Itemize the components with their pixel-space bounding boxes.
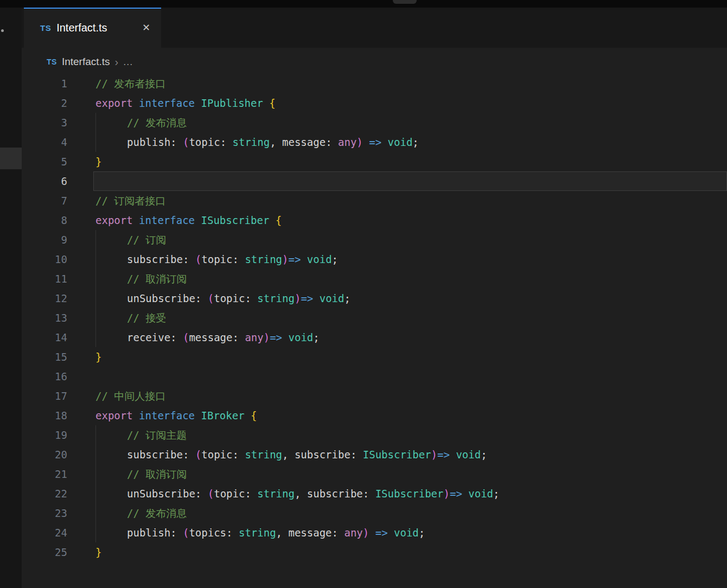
code-line-14[interactable]: 14receive: (message: any)=> void; xyxy=(22,328,727,347)
line-number[interactable]: 24 xyxy=(22,523,67,542)
activity-strip-indicator[interactable] xyxy=(0,148,22,169)
indent-guide xyxy=(95,289,96,308)
line-number[interactable]: 22 xyxy=(22,484,67,503)
line-number[interactable]: 19 xyxy=(22,425,67,445)
code-line-13[interactable]: 13// 接受 xyxy=(22,308,727,328)
indent-guide xyxy=(95,425,96,445)
line-number[interactable]: 8 xyxy=(22,210,67,230)
editor-tab-bar: TS Interfact.ts ✕ xyxy=(22,8,727,48)
line-number[interactable]: 18 xyxy=(22,406,67,425)
code-content: } xyxy=(93,152,727,171)
code-line-9[interactable]: 9// 订阅 xyxy=(22,230,727,250)
indent-guide xyxy=(95,113,96,132)
code-line-20[interactable]: 20subscribe: (topic: string, subscribe: … xyxy=(22,445,727,464)
code-line-6[interactable]: 6 xyxy=(22,171,727,191)
code-line-5[interactable]: 5} xyxy=(22,152,727,171)
code-editor[interactable]: 1// 发布者接口2export interface IPublisher {3… xyxy=(22,74,727,562)
code-line-11[interactable]: 11// 取消订阅 xyxy=(22,269,727,289)
code-content: export interface IBroker { xyxy=(93,406,727,425)
breadcrumb-symbol-ellipsis[interactable]: ... xyxy=(123,56,133,68)
code-content: // 中间人接口 xyxy=(93,386,727,406)
indent-guide xyxy=(95,464,96,484)
line-number[interactable]: 9 xyxy=(22,230,67,250)
indent-guide xyxy=(95,250,96,269)
command-center-fragment xyxy=(393,0,417,4)
line-number[interactable]: 16 xyxy=(22,367,67,386)
line-number[interactable]: 13 xyxy=(22,308,67,328)
code-content: publish: (topic: string, message: any) =… xyxy=(93,132,727,152)
code-content: // 取消订阅 xyxy=(93,269,727,289)
line-number[interactable]: 4 xyxy=(22,132,67,152)
code-line-21[interactable]: 21// 取消订阅 xyxy=(22,464,727,484)
window-title-bar xyxy=(0,0,727,8)
line-number[interactable]: 10 xyxy=(22,250,67,269)
code-content: publish: (topics: string, message: any) … xyxy=(93,523,727,542)
breadcrumb: TS Interfact.ts › ... xyxy=(47,52,133,72)
code-line-1[interactable]: 1// 发布者接口 xyxy=(22,74,727,93)
code-content: unSubscribe: (topic: string)=> void; xyxy=(93,289,727,308)
line-number[interactable]: 25 xyxy=(22,542,67,562)
tab-interfact-ts[interactable]: TS Interfact.ts ✕ xyxy=(24,8,161,48)
line-number[interactable]: 20 xyxy=(22,445,67,464)
line-number[interactable]: 14 xyxy=(22,328,67,347)
code-line-12[interactable]: 12unSubscribe: (topic: string)=> void; xyxy=(22,289,727,308)
code-line-24[interactable]: 24publish: (topics: string, message: any… xyxy=(22,523,727,542)
indent-guide xyxy=(95,523,96,542)
typescript-icon: TS xyxy=(40,23,51,33)
code-content: // 订阅 xyxy=(93,230,727,250)
code-content: subscribe: (topic: string)=> void; xyxy=(93,250,727,269)
code-line-15[interactable]: 15} xyxy=(22,347,727,367)
code-line-25[interactable]: 25} xyxy=(22,542,727,562)
active-tab-accent xyxy=(24,8,161,9)
line-number[interactable]: 7 xyxy=(22,191,67,210)
line-number[interactable]: 23 xyxy=(22,503,67,523)
code-content: // 接受 xyxy=(93,308,727,328)
code-content: // 订阅主题 xyxy=(93,425,727,445)
line-number[interactable]: 11 xyxy=(22,269,67,289)
indent-guide xyxy=(95,308,96,328)
close-icon[interactable]: ✕ xyxy=(142,23,150,33)
code-content: // 发布者接口 xyxy=(93,74,727,93)
indent-guide xyxy=(95,503,96,523)
code-content: } xyxy=(93,347,727,367)
activity-dot xyxy=(1,29,4,32)
line-number[interactable]: 12 xyxy=(22,289,67,308)
code-content: // 发布消息 xyxy=(93,113,727,132)
code-content: } xyxy=(93,542,727,562)
line-number[interactable]: 15 xyxy=(22,347,67,367)
code-line-10[interactable]: 10subscribe: (topic: string)=> void; xyxy=(22,250,727,269)
line-number[interactable]: 17 xyxy=(22,386,67,406)
indent-guide xyxy=(95,328,96,347)
line-number[interactable]: 5 xyxy=(22,152,67,171)
activity-strip xyxy=(0,8,22,588)
code-line-16[interactable]: 16 xyxy=(22,367,727,386)
code-line-23[interactable]: 23// 发布消息 xyxy=(22,503,727,523)
indent-guide xyxy=(95,484,96,503)
code-content: // 取消订阅 xyxy=(93,464,727,484)
code-line-22[interactable]: 22unSubscribe: (topic: string, subscribe… xyxy=(22,484,727,503)
indent-guide xyxy=(95,445,96,464)
code-content xyxy=(93,171,727,191)
code-line-4[interactable]: 4publish: (topic: string, message: any) … xyxy=(22,132,727,152)
code-line-8[interactable]: 8export interface ISubscriber { xyxy=(22,210,727,230)
code-line-19[interactable]: 19// 订阅主题 xyxy=(22,425,727,445)
code-content: // 订阅者接口 xyxy=(93,191,727,210)
line-number[interactable]: 6 xyxy=(22,171,67,191)
code-content: unSubscribe: (topic: string, subscribe: … xyxy=(93,484,727,503)
code-content: export interface IPublisher { xyxy=(93,93,727,113)
code-content: subscribe: (topic: string, subscribe: IS… xyxy=(93,445,727,464)
breadcrumb-file[interactable]: Interfact.ts xyxy=(62,56,110,68)
code-content: // 发布消息 xyxy=(93,503,727,523)
line-number[interactable]: 3 xyxy=(22,113,67,132)
line-number[interactable]: 2 xyxy=(22,93,67,113)
code-content: export interface ISubscriber { xyxy=(93,210,727,230)
line-number[interactable]: 21 xyxy=(22,464,67,484)
code-line-17[interactable]: 17// 中间人接口 xyxy=(22,386,727,406)
code-line-2[interactable]: 2export interface IPublisher { xyxy=(22,93,727,113)
code-line-18[interactable]: 18export interface IBroker { xyxy=(22,406,727,425)
chevron-right-icon: › xyxy=(115,56,119,68)
code-line-3[interactable]: 3// 发布消息 xyxy=(22,113,727,132)
code-line-7[interactable]: 7// 订阅者接口 xyxy=(22,191,727,210)
line-number[interactable]: 1 xyxy=(22,74,67,93)
tab-title: Interfact.ts xyxy=(56,22,107,34)
